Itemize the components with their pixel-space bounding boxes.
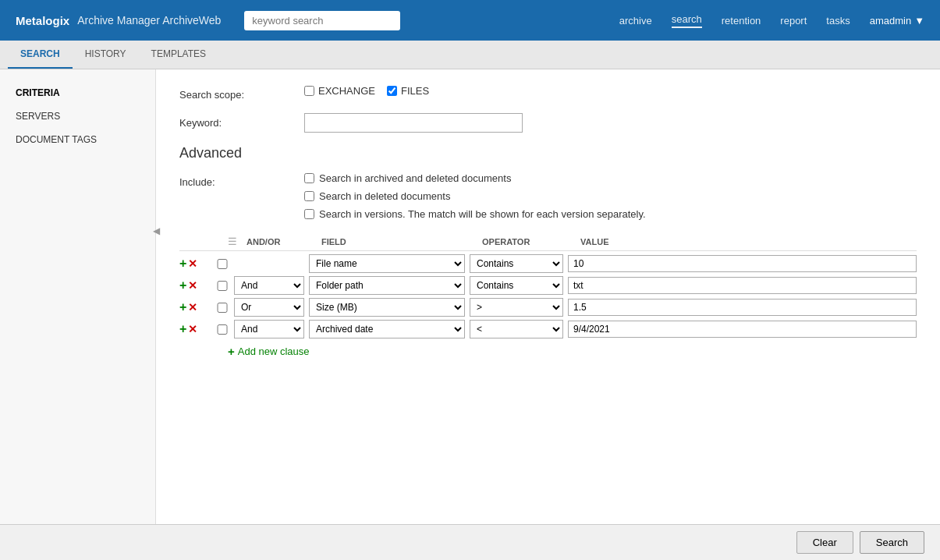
keyword-label: Keyword:	[179, 113, 304, 129]
brand-logo: Metalogix	[16, 14, 69, 27]
nav-retention[interactable]: retention	[722, 15, 761, 27]
row-2-checkbox[interactable]	[215, 281, 229, 291]
add-new-clause-button[interactable]: + Add new clause	[179, 345, 917, 358]
criteria-row-3: + ✕ And Or File name Folder path Size (M…	[179, 298, 917, 317]
include-archived-deleted-checkbox[interactable]	[304, 173, 314, 183]
row-3-operator[interactable]: > < >= <= =	[470, 298, 563, 317]
sidebar-collapse-icon[interactable]: ◀	[153, 225, 160, 236]
keyword-search-input[interactable]	[244, 11, 400, 30]
footer-bar: Clear Search	[0, 524, 940, 558]
row-3-field-select[interactable]: File name Folder path Size (MB) Archived…	[309, 298, 465, 317]
row-3-value[interactable]	[568, 299, 917, 316]
row-4-checkbox[interactable]	[215, 324, 229, 335]
keyword-input[interactable]	[304, 113, 523, 133]
nav-search[interactable]: search	[672, 13, 702, 28]
col-andor-header: AND/OR	[247, 237, 317, 246]
files-checkbox-label[interactable]: FILES	[387, 85, 429, 97]
row-1-value-input[interactable]	[568, 255, 917, 272]
tabs-bar: SEARCH HISTORY TEMPLATES	[0, 41, 940, 69]
row-1-remove-button[interactable]: ✕	[188, 258, 197, 269]
nav-archive[interactable]: archive	[619, 15, 652, 27]
row-2-field-select[interactable]: File name Folder path Size (MB) Archived…	[309, 276, 465, 295]
include-deleted-checkbox[interactable]	[304, 191, 314, 201]
chevron-down-icon: ▼	[914, 15, 924, 27]
add-clause-plus-icon: +	[228, 345, 235, 358]
nav-tasks[interactable]: tasks	[826, 15, 850, 27]
include-options: Search in archived and deleted documents…	[304, 172, 646, 220]
criteria-header: ☰ AND/OR FIELD OPERATOR VALUE	[179, 236, 917, 251]
sidebar: CRITERIA SERVERS DOCUMENT TAGS ◀	[0, 69, 156, 558]
criteria-row-4: + ✕ And Or File name Folder path Size (M…	[179, 320, 917, 338]
nav-amadmin[interactable]: amadmin ▼	[870, 15, 924, 27]
row-2-remove-button[interactable]: ✕	[188, 280, 197, 291]
row-2-add-button[interactable]: +	[179, 279, 186, 292]
row-3-add-button[interactable]: +	[179, 301, 186, 314]
row-4-andor[interactable]: And Or	[234, 320, 304, 338]
include-label: Include:	[179, 172, 304, 188]
include-option-archived-deleted[interactable]: Search in archived and deleted documents	[304, 172, 646, 184]
include-option-versions[interactable]: Search in versions. The match will be sh…	[304, 208, 646, 220]
row-2-andor-select[interactable]: And Or	[234, 276, 304, 295]
sidebar-item-document-tags[interactable]: DOCUMENT TAGS	[0, 128, 155, 151]
row-3-andor-select[interactable]: And Or	[234, 298, 304, 317]
row-4-add-button[interactable]: +	[179, 323, 186, 335]
tab-templates[interactable]: TEMPLATES	[139, 41, 218, 69]
row-4-remove-button[interactable]: ✕	[188, 324, 197, 335]
row-3-andor[interactable]: And Or	[234, 298, 304, 317]
row-2-value[interactable]	[568, 277, 917, 294]
row-4-operator-select[interactable]: > < >= <= =	[470, 320, 563, 338]
sidebar-item-criteria[interactable]: CRITERIA	[0, 81, 155, 105]
tab-history[interactable]: HISTORY	[73, 41, 139, 69]
criteria-row-2: + ✕ And Or File name Folder path Size (M…	[179, 276, 917, 295]
row-2-andor[interactable]: And Or	[234, 276, 304, 295]
include-deleted-label: Search in deleted documents	[319, 190, 450, 202]
row-2-operator[interactable]: Contains Does not contain Equals	[470, 276, 563, 295]
row-1-add-button[interactable]: +	[179, 257, 186, 270]
sidebar-item-servers[interactable]: SERVERS	[0, 105, 155, 128]
exchange-checkbox-label[interactable]: EXCHANGE	[304, 85, 375, 97]
row-2-actions: + ✕	[179, 279, 211, 292]
row-4-field-select[interactable]: File name Folder path Size (MB) Archived…	[309, 320, 465, 338]
row-2-operator-select[interactable]: Contains Does not contain Equals	[470, 276, 563, 295]
row-1-operator[interactable]: Contains Does not contain Equals Starts …	[470, 254, 563, 273]
clear-button[interactable]: Clear	[796, 531, 853, 554]
drag-handle-header-icon: ☰	[228, 236, 242, 247]
row-1-operator-select[interactable]: Contains Does not contain Equals Starts …	[470, 254, 563, 273]
row-4-value-input[interactable]	[568, 321, 917, 338]
row-3-value-input[interactable]	[568, 299, 917, 316]
keyword-row: Keyword:	[179, 113, 917, 133]
row-1-checkbox[interactable]	[215, 259, 229, 269]
row-1-field-select[interactable]: File name Folder path Size (MB) Archived…	[309, 254, 465, 273]
include-versions-checkbox[interactable]	[304, 209, 314, 219]
row-3-remove-button[interactable]: ✕	[188, 302, 197, 313]
row-4-actions: + ✕	[179, 323, 211, 335]
row-1-value[interactable]	[568, 255, 917, 272]
row-4-andor-select[interactable]: And Or	[234, 320, 304, 338]
include-option-deleted[interactable]: Search in deleted documents	[304, 190, 646, 202]
row-4-field[interactable]: File name Folder path Size (MB) Archived…	[309, 320, 465, 338]
row-1-actions: + ✕	[179, 257, 211, 270]
brand: Metalogix Archive Manager ArchiveWeb	[16, 14, 221, 27]
row-3-checkbox[interactable]	[215, 303, 229, 313]
row-4-value[interactable]	[568, 321, 917, 338]
keyword-controls	[304, 113, 523, 133]
search-scope-controls: EXCHANGE FILES	[304, 85, 429, 97]
advanced-title: Advanced	[179, 145, 917, 161]
nav-report[interactable]: report	[780, 15, 807, 27]
row-2-value-input[interactable]	[568, 277, 917, 294]
search-button[interactable]: Search	[860, 531, 924, 554]
files-checkbox[interactable]	[387, 86, 397, 96]
include-versions-label: Search in versions. The match will be sh…	[319, 208, 646, 220]
col-value-header: VALUE	[580, 237, 917, 246]
include-archived-deleted-label: Search in archived and deleted documents	[319, 172, 511, 184]
content-area: Search scope: EXCHANGE FILES Keyword: Ad…	[156, 69, 940, 558]
tab-search[interactable]: SEARCH	[8, 41, 73, 69]
files-label: FILES	[401, 85, 429, 97]
row-2-field[interactable]: File name Folder path Size (MB) Archived…	[309, 276, 465, 295]
row-4-operator[interactable]: > < >= <= =	[470, 320, 563, 338]
col-field-header: FIELD	[321, 237, 477, 246]
row-1-field[interactable]: File name Folder path Size (MB) Archived…	[309, 254, 465, 273]
exchange-checkbox[interactable]	[304, 86, 314, 96]
row-3-field[interactable]: File name Folder path Size (MB) Archived…	[309, 298, 465, 317]
row-3-operator-select[interactable]: > < >= <= =	[470, 298, 563, 317]
